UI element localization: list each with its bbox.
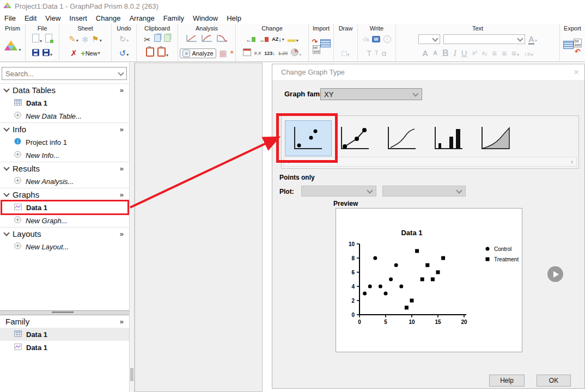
- sidebar-item-new-layout[interactable]: New Layout...: [0, 240, 129, 253]
- import-button[interactable]: ↷ txtxml: [312, 39, 331, 54]
- indent-left-button[interactable]: ≡: [492, 49, 497, 57]
- font-name-combo[interactable]: [443, 34, 525, 44]
- menu-view[interactable]: View: [41, 13, 65, 23]
- wizard-button[interactable]: *: [230, 49, 234, 57]
- font-size-combo[interactable]: [418, 34, 440, 44]
- open-file-button[interactable]: [45, 34, 52, 45]
- section-header-graphs[interactable]: Graphs»: [0, 188, 129, 201]
- italic-button[interactable]: I: [453, 49, 456, 58]
- greek-letter-button[interactable]: α: [382, 49, 387, 57]
- more-icon[interactable]: »: [120, 317, 129, 326]
- plot-combo-1[interactable]: [301, 186, 376, 197]
- more-icon[interactable]: »: [120, 191, 129, 199]
- menu-edit[interactable]: Edit: [20, 13, 41, 23]
- menu-window[interactable]: Window: [188, 13, 222, 23]
- help-button[interactable]: Help: [489, 375, 525, 387]
- more-icon[interactable]: »: [120, 125, 129, 133]
- copy-button[interactable]: [154, 34, 161, 44]
- strikeout-values-button[interactable]: 1.29: [278, 51, 288, 56]
- bold-button[interactable]: B: [442, 49, 449, 58]
- decrease-font-button[interactable]: A: [433, 50, 437, 56]
- freeze-button[interactable]: ❄: [82, 35, 89, 44]
- sidebar-item-new-info[interactable]: New Info...: [0, 149, 129, 162]
- nonlinear-fit-button[interactable]: [201, 34, 213, 45]
- sidebar-item-data-1[interactable]: Data 1: [0, 341, 129, 354]
- menu-file[interactable]: File: [0, 13, 20, 23]
- panel-splitter[interactable]: [0, 310, 129, 315]
- plot-combo-2[interactable]: [382, 186, 466, 197]
- scrollbar-thumb[interactable]: [130, 368, 133, 381]
- menu-family[interactable]: Family: [159, 13, 188, 23]
- menu-arrange[interactable]: Arrange: [125, 13, 159, 23]
- new-sheet-button[interactable]: ▾: [32, 34, 42, 45]
- equation-button[interactable]: √a: [362, 36, 369, 42]
- cut-button[interactable]: ✂: [144, 35, 151, 44]
- paste-special-button[interactable]: ▾: [157, 47, 168, 59]
- section-header-family[interactable]: Family»: [0, 315, 129, 328]
- scroll-right-icon[interactable]: ›: [571, 158, 573, 166]
- analyze-button[interactable]: ≡Analyze: [180, 48, 216, 58]
- prism-menu-button[interactable]: ▾: [4, 40, 21, 53]
- line-spacing-button[interactable]: ↕≡▾: [524, 48, 533, 58]
- section-header-info[interactable]: Info»: [0, 122, 129, 136]
- save-as-button[interactable]: ▾: [42, 48, 52, 58]
- graph-type-thumbnail-scatter-points[interactable]: [285, 121, 331, 156]
- move-right-button[interactable]: →: [259, 34, 269, 44]
- font-color-button[interactable]: A▾: [528, 34, 537, 45]
- play-button[interactable]: [547, 266, 563, 282]
- sidebar-item-new-graph[interactable]: New Graph...: [0, 214, 129, 227]
- close-icon[interactable]: ×: [574, 68, 579, 77]
- graph-type-thumbnail-area-fill[interactable]: [473, 121, 519, 156]
- sort-button[interactable]: AZ↓▾: [272, 36, 284, 42]
- dose-response-button[interactable]: [216, 34, 228, 45]
- duplicate-button[interactable]: [164, 34, 170, 44]
- undo-button[interactable]: ↺▾: [119, 48, 129, 58]
- graph-type-thumbnail-bars[interactable]: [426, 121, 472, 156]
- text-tool-small-button[interactable]: T: [375, 50, 379, 56]
- table-analysis-button[interactable]: ▦: [220, 49, 227, 57]
- new-button[interactable]: +New▾: [81, 49, 100, 57]
- linear-fit-button[interactable]: [186, 34, 198, 45]
- subscript-button[interactable]: x₂: [482, 50, 487, 56]
- export-button[interactable]: txtxml ↶: [563, 39, 582, 54]
- sidebar-item-new-analysis[interactable]: New Analysis...: [0, 175, 129, 188]
- color-scheme-button[interactable]: ▾: [291, 48, 301, 58]
- pin-button[interactable]: ⚑▾: [92, 34, 101, 44]
- scroll-left-icon[interactable]: ‹: [287, 158, 289, 166]
- draw-shape-button[interactable]: □▾: [342, 48, 349, 58]
- word-wrap-button[interactable]: W: [372, 36, 380, 42]
- ok-button[interactable]: OK: [537, 375, 571, 387]
- move-left-button[interactable]: ←: [246, 34, 255, 44]
- increase-font-button[interactable]: A: [422, 49, 428, 57]
- text-tool-large-button[interactable]: T: [367, 50, 372, 57]
- menu-change[interactable]: Change: [92, 13, 125, 23]
- delete-sheet-button[interactable]: ✗: [70, 49, 77, 57]
- gallery-scrollbar[interactable]: ‹ ›: [283, 157, 577, 167]
- sidebar-item-data-1[interactable]: Data 1: [0, 96, 129, 109]
- paste-button[interactable]: [146, 47, 154, 59]
- more-icon[interactable]: »: [120, 86, 129, 94]
- section-header-results[interactable]: Results»: [0, 162, 129, 175]
- graph-type-thumbnail-line-only[interactable]: [379, 121, 425, 156]
- decimal-format-button[interactable]: #.#: [254, 51, 261, 56]
- section-header-data-tables[interactable]: Data Tables»: [0, 83, 129, 96]
- format-paint-button[interactable]: ▬▾: [288, 34, 298, 44]
- sidebar-item-project-info-1[interactable]: iProject info 1: [0, 136, 129, 149]
- info-note-button[interactable]: i: [383, 35, 391, 43]
- sidebar-item-data-1[interactable]: Data 1: [0, 201, 129, 214]
- graph-type-thumbnail-points-and-line[interactable]: [332, 121, 378, 156]
- menu-insert[interactable]: Insert: [65, 13, 92, 23]
- section-header-layouts[interactable]: Layouts»: [0, 227, 129, 240]
- highlight-button[interactable]: ✎▾: [69, 34, 78, 44]
- align-button[interactable]: ≡▾: [511, 48, 519, 58]
- chevron-down-icon[interactable]: [118, 70, 124, 76]
- superscript-button[interactable]: x²: [472, 50, 477, 56]
- underline-button[interactable]: U: [461, 49, 467, 57]
- redo-button[interactable]: ↻▾: [119, 34, 129, 44]
- number-format-button[interactable]: 123↓: [264, 51, 275, 56]
- more-icon[interactable]: »: [120, 230, 129, 238]
- sidebar-scrollbar[interactable]: [129, 63, 135, 392]
- more-icon[interactable]: »: [120, 164, 129, 173]
- sidebar-item-data-1[interactable]: Data 1: [0, 328, 129, 341]
- indent-right-button[interactable]: ≡: [502, 49, 507, 57]
